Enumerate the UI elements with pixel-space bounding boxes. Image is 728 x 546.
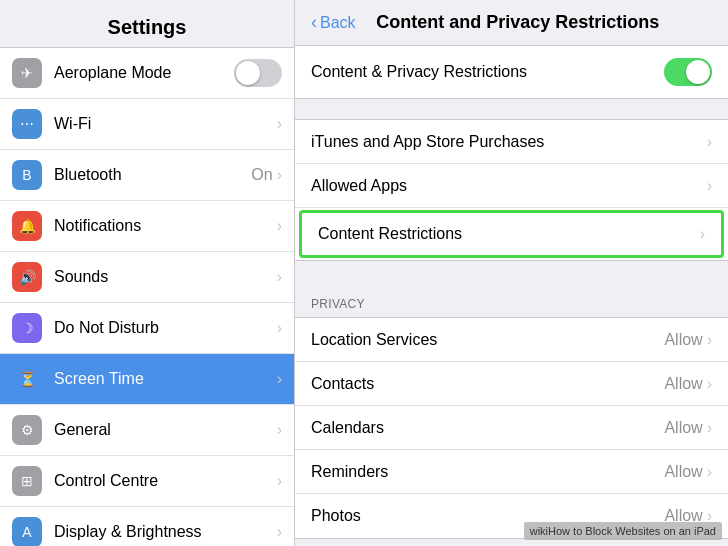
content-restrictions-label: Content Restrictions bbox=[318, 225, 700, 243]
privacy-section: PRIVACY Location ServicesAllow›ContactsA… bbox=[295, 281, 728, 539]
notifications-icon: 🔔 bbox=[12, 211, 42, 241]
left-panel: Settings ✈Aeroplane Mode⋯Wi-Fi›BBluetoot… bbox=[0, 0, 295, 546]
donotdisturb-label: Do Not Disturb bbox=[54, 319, 277, 337]
content-privacy-toggle-row[interactable]: Content & Privacy Restrictions bbox=[295, 46, 728, 98]
chevron-right-icon: › bbox=[277, 421, 282, 439]
privacy-row-location-services[interactable]: Location ServicesAllow› bbox=[295, 318, 728, 362]
right-header: ‹ Back Content and Privacy Restrictions bbox=[295, 0, 728, 45]
sounds-label: Sounds bbox=[54, 268, 277, 286]
back-chevron-icon: ‹ bbox=[311, 12, 317, 33]
bluetooth-icon: B bbox=[12, 160, 42, 190]
display-icon: A bbox=[12, 517, 42, 546]
sidebar-item-display[interactable]: ADisplay & Brightness› bbox=[0, 507, 294, 546]
privacy-row-calendars[interactable]: CalendarsAllow› bbox=[295, 406, 728, 450]
reminders-label: Reminders bbox=[311, 463, 664, 481]
sidebar-item-aeroplane-mode[interactable]: ✈Aeroplane Mode bbox=[0, 48, 294, 99]
sounds-icon: 🔊 bbox=[12, 262, 42, 292]
chevron-right-icon: › bbox=[707, 133, 712, 151]
privacy-row-reminders[interactable]: RemindersAllow› bbox=[295, 450, 728, 494]
main-items-section: iTunes and App Store Purchases›Allowed A… bbox=[295, 119, 728, 261]
main-row-content-restrictions[interactable]: Content Restrictions› bbox=[299, 210, 724, 258]
reminders-value: Allow bbox=[664, 463, 702, 481]
general-label: General bbox=[54, 421, 277, 439]
chevron-right-icon: › bbox=[707, 331, 712, 349]
aeroplane-mode-icon: ✈ bbox=[12, 58, 42, 88]
back-label: Back bbox=[320, 14, 356, 32]
donotdisturb-icon: ☽ bbox=[12, 313, 42, 343]
contacts-label: Contacts bbox=[311, 375, 664, 393]
location-services-label: Location Services bbox=[311, 331, 664, 349]
settings-list: ✈Aeroplane Mode⋯Wi-Fi›BBluetoothOn›🔔Noti… bbox=[0, 47, 294, 546]
itunes-label: iTunes and App Store Purchases bbox=[311, 133, 707, 151]
bluetooth-value: On bbox=[251, 166, 272, 184]
calendars-value: Allow bbox=[664, 419, 702, 437]
main-row-allowed-apps[interactable]: Allowed Apps› bbox=[295, 164, 728, 208]
wifi-label: Wi-Fi bbox=[54, 115, 277, 133]
top-toggle-section: Content & Privacy Restrictions bbox=[295, 45, 728, 99]
right-content: Content & Privacy Restrictions iTunes an… bbox=[295, 45, 728, 546]
display-label: Display & Brightness bbox=[54, 523, 277, 541]
chevron-right-icon: › bbox=[277, 319, 282, 337]
chevron-right-icon: › bbox=[707, 375, 712, 393]
sidebar-item-donotdisturb[interactable]: ☽Do Not Disturb› bbox=[0, 303, 294, 354]
screentime-label: Screen Time bbox=[54, 370, 277, 388]
chevron-right-icon: › bbox=[277, 472, 282, 490]
chevron-right-icon: › bbox=[277, 268, 282, 286]
contacts-value: Allow bbox=[664, 375, 702, 393]
aeroplane-mode-label: Aeroplane Mode bbox=[54, 64, 234, 82]
sidebar-item-notifications[interactable]: 🔔Notifications› bbox=[0, 201, 294, 252]
chevron-right-icon: › bbox=[700, 225, 705, 243]
notifications-label: Notifications bbox=[54, 217, 277, 235]
content-privacy-toggle[interactable] bbox=[664, 58, 712, 86]
privacy-row-contacts[interactable]: ContactsAllow› bbox=[295, 362, 728, 406]
left-header: Settings bbox=[0, 0, 294, 47]
right-panel: ‹ Back Content and Privacy Restrictions … bbox=[295, 0, 728, 546]
sidebar-item-controlcentre[interactable]: ⊞Control Centre› bbox=[0, 456, 294, 507]
toggle-thumb bbox=[236, 61, 260, 85]
content-privacy-label: Content & Privacy Restrictions bbox=[311, 63, 664, 81]
chevron-right-icon: › bbox=[277, 115, 282, 133]
chevron-right-icon: › bbox=[277, 523, 282, 541]
watermark: wikiHow to Block Websites on an iPad bbox=[524, 522, 722, 540]
back-button[interactable]: ‹ Back bbox=[311, 12, 356, 33]
privacy-items-list: Location ServicesAllow›ContactsAllow›Cal… bbox=[295, 317, 728, 539]
chevron-right-icon: › bbox=[707, 463, 712, 481]
calendars-label: Calendars bbox=[311, 419, 664, 437]
chevron-right-icon: › bbox=[707, 419, 712, 437]
sidebar-item-general[interactable]: ⚙General› bbox=[0, 405, 294, 456]
controlcentre-icon: ⊞ bbox=[12, 466, 42, 496]
bluetooth-label: Bluetooth bbox=[54, 166, 251, 184]
allowed-apps-label: Allowed Apps bbox=[311, 177, 707, 195]
main-row-itunes[interactable]: iTunes and App Store Purchases› bbox=[295, 120, 728, 164]
chevron-right-icon: › bbox=[707, 177, 712, 195]
right-panel-title: Content and Privacy Restrictions bbox=[364, 12, 672, 33]
privacy-section-header: PRIVACY bbox=[295, 281, 728, 317]
toggle-thumb bbox=[686, 60, 710, 84]
settings-title: Settings bbox=[108, 16, 187, 38]
chevron-right-icon: › bbox=[277, 370, 282, 388]
sidebar-item-wifi[interactable]: ⋯Wi-Fi› bbox=[0, 99, 294, 150]
sidebar-item-bluetooth[interactable]: BBluetoothOn› bbox=[0, 150, 294, 201]
location-services-value: Allow bbox=[664, 331, 702, 349]
aeroplane-mode-toggle[interactable] bbox=[234, 59, 282, 87]
sidebar-item-screentime[interactable]: ⏳Screen Time› bbox=[0, 354, 294, 405]
chevron-right-icon: › bbox=[277, 166, 282, 184]
controlcentre-label: Control Centre bbox=[54, 472, 277, 490]
screentime-icon: ⏳ bbox=[12, 364, 42, 394]
wifi-icon: ⋯ bbox=[12, 109, 42, 139]
general-icon: ⚙ bbox=[12, 415, 42, 445]
chevron-right-icon: › bbox=[277, 217, 282, 235]
sidebar-item-sounds[interactable]: 🔊Sounds› bbox=[0, 252, 294, 303]
